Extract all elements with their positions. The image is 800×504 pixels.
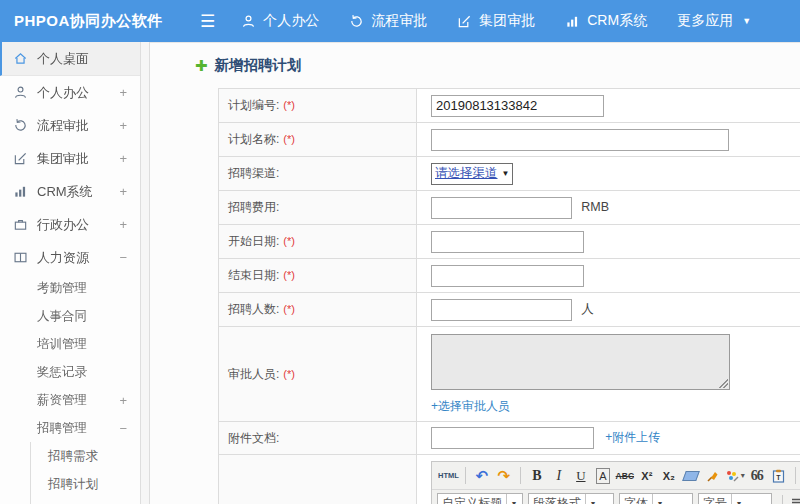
sidebar-item-attendance-mgmt[interactable]: 考勤管理	[0, 274, 140, 302]
cost-unit-label: RMB	[581, 200, 609, 214]
paste-text-icon[interactable]: T	[769, 466, 789, 486]
recruit-cost-input[interactable]	[431, 197, 572, 219]
sidebar-item-hr-contracts[interactable]: 人事合同	[0, 302, 140, 330]
bold-button[interactable]: B	[527, 466, 547, 486]
expand-plus-icon[interactable]: +	[119, 85, 127, 100]
paragraph-format-select[interactable]: 段落格式 ▾	[528, 493, 614, 504]
field-label: 招聘人数:(*)	[219, 293, 417, 327]
plus-icon: ✚	[195, 58, 208, 73]
form-row-recruit-channel: 招聘渠道: 请选择渠道 ▼	[219, 157, 800, 191]
channel-select-value: 请选择渠道	[435, 165, 498, 182]
top-bar: PHPOA协同办公软件 ☰ 个人办公 流程审批 集团审批 CRM系统 更多应用 …	[0, 0, 800, 42]
nav-workflow-approval[interactable]: 流程审批	[349, 12, 427, 30]
underline-button[interactable]: U	[571, 466, 591, 486]
sidebar-item-admin-office[interactable]: 行政办公 +	[0, 208, 140, 241]
required-mark: (*)	[283, 269, 295, 281]
sidebar-item-recruit-plan[interactable]: 招聘计划	[31, 470, 140, 498]
format-brush-icon[interactable]	[703, 466, 723, 486]
field-label: 计划名称:(*)	[219, 123, 417, 157]
toolbar-divider	[520, 467, 521, 484]
font-family-select[interactable]: 字体 ▾	[619, 493, 693, 504]
sidebar-scrollbar[interactable]	[141, 42, 150, 504]
sidebar-item-training-mgmt[interactable]: 培训管理	[0, 330, 140, 358]
channel-select[interactable]: 请选择渠道 ▼	[431, 163, 513, 185]
sidebar-item-personal-desktop[interactable]: 个人桌面	[0, 42, 140, 76]
border-text-button[interactable]: A	[596, 468, 609, 484]
required-mark: (*)	[283, 235, 295, 247]
expand-plus-icon[interactable]: +	[119, 118, 127, 133]
nav-more-apps[interactable]: 更多应用 ▼	[677, 12, 751, 30]
nav-crm-system[interactable]: CRM系统	[565, 12, 647, 30]
user-icon	[13, 85, 28, 100]
field-label: 附件文档:	[219, 422, 417, 455]
headcount-input[interactable]	[431, 299, 572, 321]
sidebar-item-personal-office[interactable]: 个人办公 +	[0, 76, 140, 109]
sidebar-item-salary-mgmt[interactable]: 薪资管理 +	[0, 386, 140, 414]
align-left-icon[interactable]	[789, 494, 800, 504]
italic-button[interactable]: I	[549, 466, 569, 486]
start-date-input[interactable]	[431, 231, 584, 253]
sidebar-item-label: 招聘需求	[48, 448, 98, 465]
strikethrough-button[interactable]: ABC	[615, 466, 635, 486]
sidebar-item-reward-records[interactable]: 奖惩记录	[0, 358, 140, 386]
app-logo: PHPOA协同办公软件	[0, 12, 182, 31]
resize-grip-icon[interactable]	[719, 379, 728, 388]
superscript-button[interactable]: X²	[637, 466, 657, 486]
approvers-textarea[interactable]	[431, 334, 730, 390]
sidebar-item-label: 集团审批	[37, 150, 89, 168]
sidebar-item-workflow-approval[interactable]: 流程审批 +	[0, 109, 140, 142]
redo-icon[interactable]: ↷	[494, 466, 514, 486]
expand-plus-icon[interactable]: +	[119, 393, 127, 408]
attachment-input[interactable]	[431, 427, 594, 449]
subscript-button[interactable]: X₂	[659, 466, 679, 486]
eraser-icon[interactable]	[681, 466, 701, 486]
text-style-icon[interactable]: ▾	[725, 466, 745, 486]
expand-plus-icon[interactable]: +	[119, 151, 127, 166]
chevron-down-icon: ▼	[502, 169, 510, 178]
briefcase-icon	[13, 217, 28, 232]
toolbar-divider	[795, 467, 796, 484]
form-row-end-date: 结束日期:(*)	[219, 259, 800, 293]
choose-approvers-link[interactable]: +选择审批人员	[431, 398, 800, 415]
collapse-minus-icon[interactable]: −	[119, 421, 127, 436]
blockquote-button[interactable]: 66	[747, 466, 767, 486]
form-row-approvers: 审批人员:(*) +选择审批人员	[219, 327, 800, 422]
chevron-down-icon: ▾	[585, 494, 600, 504]
font-size-select[interactable]: 字号 ▾	[698, 493, 772, 504]
sidebar-item-recruit-demand[interactable]: 招聘需求	[31, 442, 140, 470]
collapse-minus-icon[interactable]: −	[119, 250, 127, 265]
chart-icon	[565, 14, 580, 29]
sidebar-item-crm-system[interactable]: CRM系统 +	[0, 175, 140, 208]
plan-name-input[interactable]	[431, 129, 729, 151]
end-date-input[interactable]	[431, 265, 584, 287]
field-label-empty	[219, 455, 417, 504]
sidebar-item-group-approval[interactable]: 集团审批 +	[0, 142, 140, 175]
page-title: ✚ 新增招聘计划	[195, 56, 800, 75]
expand-plus-icon[interactable]: +	[119, 217, 127, 232]
sidebar-item-label: 个人办公	[37, 84, 89, 102]
menu-toggle-icon[interactable]: ☰	[200, 13, 215, 30]
sidebar-item-label: 薪资管理	[37, 392, 87, 409]
undo-icon[interactable]: ↶	[472, 466, 492, 486]
editor-toolbar-row-1: HTML ↶ ↷ B I U A ABC X² X₂ ▾	[432, 462, 800, 490]
sidebar-item-label: 人事合同	[37, 308, 87, 325]
custom-heading-select[interactable]: 自定义标题 ▾	[437, 493, 523, 504]
expand-plus-icon[interactable]: +	[119, 184, 127, 199]
required-mark: (*)	[283, 303, 295, 315]
nav-label: 集团审批	[479, 12, 535, 30]
sidebar-item-label: 招聘计划	[48, 476, 98, 493]
sidebar-item-talent-pool[interactable]: 人才库	[31, 498, 140, 504]
user-icon	[241, 14, 256, 29]
recruit-plan-form: 计划编号:(*) 计划名称:(*) 招聘渠道: 请选择渠道 ▼	[218, 88, 800, 504]
form-row-plan-name: 计划名称:(*)	[219, 123, 800, 157]
sidebar-item-label: 人力资源	[37, 249, 89, 267]
plan-number-input[interactable]	[431, 95, 604, 117]
attachment-upload-link[interactable]: +附件上传	[605, 430, 660, 444]
sidebar-item-human-resources[interactable]: 人力资源 −	[0, 241, 140, 274]
nav-personal-office[interactable]: 个人办公	[241, 12, 319, 30]
nav-group-approval[interactable]: 集团审批	[457, 12, 535, 30]
sidebar-item-recruit-mgmt[interactable]: 招聘管理 −	[0, 414, 140, 442]
html-source-button[interactable]: HTML	[438, 466, 459, 486]
field-label: 审批人员:(*)	[219, 327, 417, 422]
field-label: 计划编号:(*)	[219, 89, 417, 123]
